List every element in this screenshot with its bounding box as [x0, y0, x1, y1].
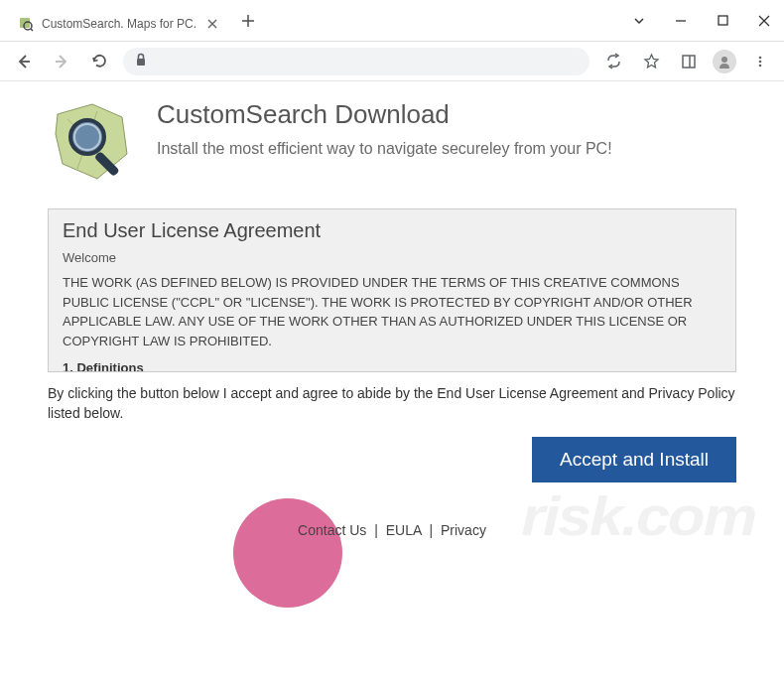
chevron-down-icon[interactable]	[627, 9, 651, 33]
browser-tab[interactable]: CustomSearch. Maps for PC.	[8, 10, 230, 38]
reload-button[interactable]	[85, 48, 113, 75]
svg-point-18	[759, 56, 762, 59]
new-tab-button[interactable]	[234, 7, 262, 35]
svg-point-17	[721, 57, 727, 63]
close-tab-icon[interactable]	[204, 16, 220, 32]
footer-eula-link[interactable]: EULA	[386, 522, 422, 538]
window-titlebar: CustomSearch. Maps for PC.	[0, 0, 784, 42]
back-button[interactable]	[10, 48, 38, 75]
menu-dots-icon[interactable]	[746, 48, 774, 75]
action-row: Accept and Install	[48, 437, 736, 482]
minimize-icon[interactable]	[669, 9, 693, 33]
tab-favicon	[18, 16, 34, 32]
eula-scrollbox[interactable]: End User License Agreement Welcome THE W…	[48, 208, 736, 372]
toolbar-right	[599, 48, 774, 75]
side-panel-icon[interactable]	[675, 48, 703, 75]
separator: |	[374, 522, 378, 538]
address-bar[interactable]	[123, 48, 589, 75]
eula-paragraph: THE WORK (AS DEFINED BELOW) IS PROVIDED …	[63, 273, 721, 350]
page-subtitle: Install the most efficient way to naviga…	[157, 140, 612, 158]
svg-rect-8	[719, 16, 727, 25]
svg-marker-14	[645, 55, 658, 68]
window-controls	[627, 9, 776, 33]
svg-point-19	[759, 60, 762, 63]
accept-install-button[interactable]: Accept and Install	[532, 437, 736, 482]
profile-avatar[interactable]	[713, 50, 736, 73]
svg-point-25	[70, 120, 104, 154]
page-title: CustomSearch Download	[157, 99, 612, 130]
navigation-bar	[0, 42, 784, 81]
close-window-icon[interactable]	[752, 9, 776, 33]
svg-rect-15	[683, 56, 695, 68]
circle-decoration	[233, 498, 342, 608]
separator: |	[429, 522, 433, 538]
forward-button[interactable]	[48, 48, 75, 75]
consent-text: By clicking the button below I accept an…	[48, 384, 736, 423]
page-viewport: risk.com CustomSearch Download Install t…	[0, 81, 784, 687]
svg-line-2	[31, 29, 33, 31]
maximize-icon[interactable]	[711, 9, 734, 33]
svg-point-20	[759, 64, 762, 67]
content-card: CustomSearch Download Install the most e…	[30, 81, 754, 494]
lock-icon	[135, 53, 147, 70]
footer-links: Contact Us | EULA | Privacy	[0, 522, 784, 538]
share-icon[interactable]	[599, 48, 627, 75]
svg-rect-13	[137, 59, 145, 66]
app-logo	[48, 99, 137, 189]
bookmark-star-icon[interactable]	[637, 48, 665, 75]
page-header: CustomSearch Download Install the most e…	[30, 99, 754, 201]
footer-privacy-link[interactable]: Privacy	[441, 522, 486, 538]
eula-welcome: Welcome	[63, 250, 721, 265]
footer-contact-link[interactable]: Contact Us	[298, 522, 366, 538]
tab-title: CustomSearch. Maps for PC.	[42, 17, 196, 31]
eula-heading: End User License Agreement	[63, 219, 721, 242]
eula-section-title: 1. Definitions	[63, 360, 721, 371]
